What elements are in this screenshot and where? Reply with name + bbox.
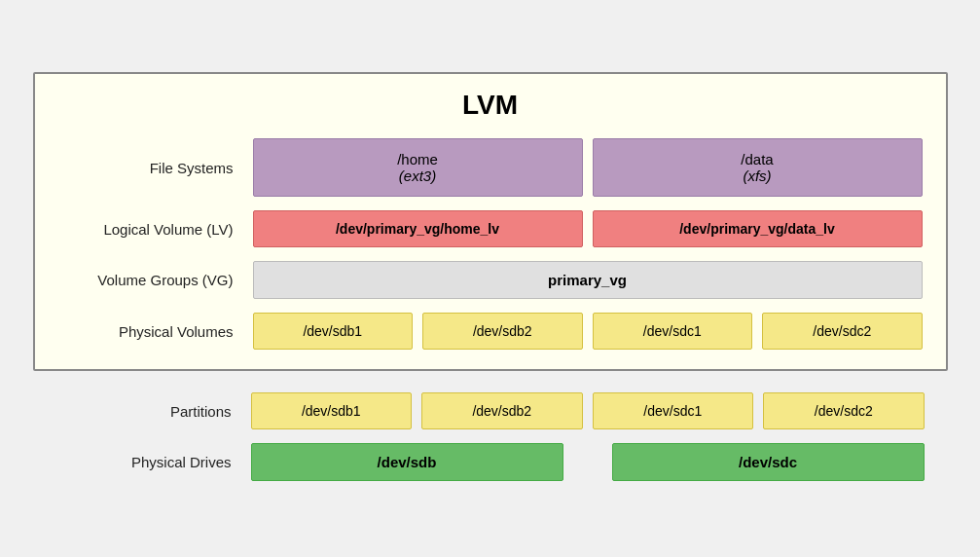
bottom-section: Partitions /dev/sdb1 /dev/sdb2 /dev/sdc1…: [33, 389, 948, 485]
logical-volume-content: /dev/primary_vg/home_lv /dev/primary_vg/…: [253, 210, 923, 247]
fs-data: /data (xfs): [593, 138, 923, 197]
partitions-row: Partitions /dev/sdb1 /dev/sdb2 /dev/sdc1…: [56, 392, 925, 429]
partition-sdb2-text: /dev/sdb2: [472, 403, 531, 419]
volume-groups-label: Volume Groups (VG): [58, 272, 253, 288]
file-systems-label: File Systems: [58, 160, 253, 176]
pv-sdc1: /dev/sdc1: [593, 313, 753, 350]
logical-volume-row: Logical Volume (LV) /dev/primary_vg/home…: [58, 210, 923, 247]
pv-sdb1-text: /dev/sdb1: [303, 323, 362, 339]
drive-sdb: /dev/sdb: [251, 443, 563, 481]
partitions-label: Partitions: [56, 403, 251, 420]
main-container: LVM File Systems /home (ext3) /data (xfs…: [33, 72, 948, 485]
pv-sdc2-text: /dev/sdc2: [813, 323, 871, 339]
fs-home: /home (ext3): [253, 138, 583, 197]
partition-sdb2: /dev/sdb2: [421, 392, 583, 429]
drive-sdc-text: /dev/sdc: [739, 454, 797, 470]
physical-volumes-content: /dev/sdb1 /dev/sdb2 /dev/sdc1 /dev/sdc2: [253, 313, 923, 350]
partition-sdc1-text: /dev/sdc1: [643, 403, 702, 419]
pv-sdc2: /dev/sdc2: [762, 313, 923, 350]
logical-volume-label: Logical Volume (LV): [58, 221, 253, 238]
volume-groups-row: Volume Groups (VG) primary_vg: [58, 261, 923, 299]
partition-sdc2: /dev/sdc2: [763, 392, 925, 429]
lv-home: /dev/primary_vg/home_lv: [253, 210, 583, 247]
fs-data-type: (xfs): [603, 167, 912, 184]
drives-spacer: [573, 443, 602, 481]
physical-volumes-row: Physical Volumes /dev/sdb1 /dev/sdb2 /de…: [58, 313, 923, 350]
pv-sdb2: /dev/sdb2: [422, 313, 583, 350]
lvm-box: LVM File Systems /home (ext3) /data (xfs…: [33, 72, 948, 371]
pv-sdb2-text: /dev/sdb2: [473, 323, 532, 339]
file-systems-row: File Systems /home (ext3) /data (xfs): [58, 138, 923, 197]
physical-drives-row: Physical Drives /dev/sdb /dev/sdc: [56, 443, 925, 481]
fs-home-type: (ext3): [264, 167, 572, 184]
vg-primary-text: primary_vg: [548, 272, 627, 288]
partition-sdb1: /dev/sdb1: [251, 392, 413, 429]
lvm-title: LVM: [58, 90, 923, 121]
partition-sdc2-text: /dev/sdc2: [815, 403, 873, 419]
fs-home-name: /home: [264, 151, 572, 167]
vg-primary: primary_vg: [253, 261, 923, 299]
lv-data: /dev/primary_vg/data_lv: [593, 210, 923, 247]
partitions-content: /dev/sdb1 /dev/sdb2 /dev/sdc1 /dev/sdc2: [251, 392, 925, 429]
physical-drives-label: Physical Drives: [56, 454, 251, 470]
physical-volumes-label: Physical Volumes: [58, 323, 253, 340]
partition-sdc1: /dev/sdc1: [593, 392, 754, 429]
fs-data-name: /data: [603, 151, 912, 167]
file-systems-content: /home (ext3) /data (xfs): [253, 138, 923, 197]
lv-home-text: /dev/primary_vg/home_lv: [336, 221, 499, 237]
drive-sdb-text: /dev/sdb: [378, 454, 437, 470]
volume-groups-content: primary_vg: [253, 261, 923, 299]
physical-drives-content: /dev/sdb /dev/sdc: [251, 443, 925, 481]
pv-sdc1-text: /dev/sdc1: [643, 323, 702, 339]
pv-sdb1: /dev/sdb1: [253, 313, 414, 350]
lv-data-text: /dev/primary_vg/data_lv: [679, 221, 835, 237]
partition-sdb1-text: /dev/sdb1: [302, 403, 361, 419]
drive-sdc: /dev/sdc: [612, 443, 925, 481]
